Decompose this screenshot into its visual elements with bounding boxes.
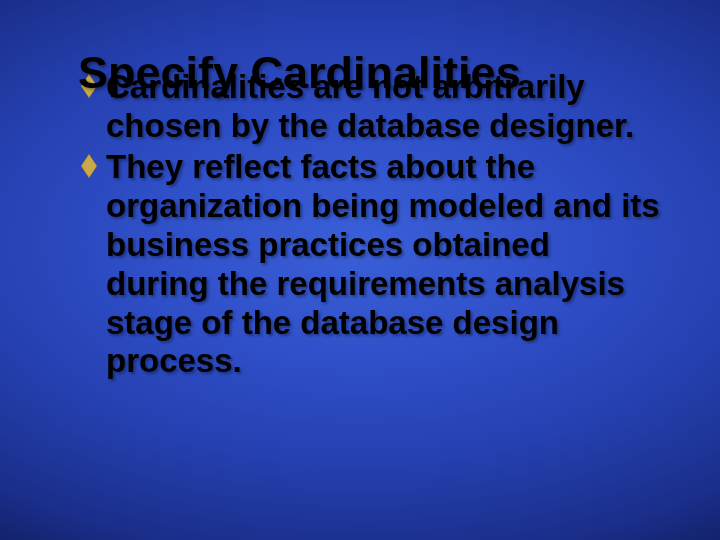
slide-title: Specify Cardinalities <box>78 50 660 96</box>
bullet-item: They reflect facts about the organizatio… <box>106 148 660 382</box>
bullet-diamond-icon <box>80 152 98 180</box>
slide-content: Cardinalities are not arbitrarily chosen… <box>78 68 660 382</box>
slide-container: Specify Cardinalities Cardinalities are … <box>0 0 720 540</box>
bullet-text: They reflect facts about the organizatio… <box>106 148 660 380</box>
svg-marker-1 <box>81 154 97 178</box>
